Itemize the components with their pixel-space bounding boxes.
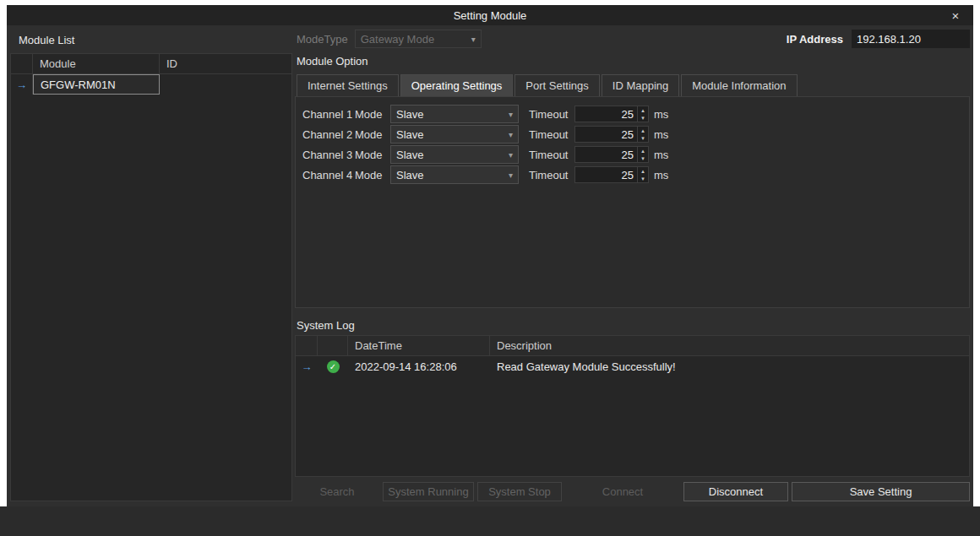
log-row[interactable]: → ✓ 2022-09-14 16:28:06 Read Gateway Mod…: [296, 356, 969, 376]
success-check-icon: ✓: [327, 360, 340, 373]
channel-label: Channel 2: [302, 128, 355, 141]
module-list-panel: Module List Module ID → GFGW-RM01N: [10, 29, 292, 501]
timeout-label: Timeout: [529, 149, 574, 161]
indicator-column-header: [296, 336, 318, 355]
unit-label: ms: [654, 128, 668, 141]
channel-label: Channel 3: [302, 149, 355, 161]
tab-operating-settings[interactable]: Operating Settings: [400, 74, 514, 96]
action-buttons: Search System Running System Stop Connec…: [295, 482, 970, 501]
module-row[interactable]: → GFGW-RM01N: [11, 74, 291, 95]
spin-down-icon[interactable]: ▾: [638, 154, 648, 162]
datetime-column-header[interactable]: DateTime: [348, 336, 490, 355]
spinner-buttons[interactable]: ▴ ▾: [637, 106, 648, 122]
channel2-timeout-spinner[interactable]: 25 ▴ ▾: [574, 126, 649, 143]
channel4-timeout-value[interactable]: 25: [575, 167, 637, 182]
top-bar: ModeType Gateway Mode ▾ IP Address 192.1…: [295, 29, 970, 49]
unit-label: ms: [654, 149, 668, 161]
channel-row-4: Channel 4 Mode Slave ▾ Timeout 25 ▴ ▾: [302, 165, 962, 185]
connect-button: Connect: [565, 482, 680, 501]
tab-module-information[interactable]: Module Information: [681, 74, 797, 96]
channel1-mode-select[interactable]: Slave ▾: [390, 105, 519, 123]
channel-label: Channel 4: [302, 169, 355, 181]
unit-label: ms: [654, 169, 668, 181]
module-name-cell[interactable]: GFGW-RM01N: [33, 74, 160, 95]
search-button: Search: [295, 482, 379, 501]
spinner-buttons[interactable]: ▴ ▾: [637, 147, 648, 162]
ip-address-field[interactable]: 192.168.1.20: [852, 30, 970, 48]
channel4-mode-select[interactable]: Slave ▾: [390, 165, 519, 184]
operating-settings-content: Channel 1 Mode Slave ▾ Timeout 25 ▴ ▾: [295, 96, 970, 308]
channel3-mode-select[interactable]: Slave ▾: [390, 145, 519, 164]
title-bar[interactable]: Setting Module ×: [7, 5, 973, 25]
module-id-cell[interactable]: [160, 74, 291, 95]
mode-type-value: Gateway Mode: [361, 33, 434, 46]
channel2-timeout-value[interactable]: 25: [575, 127, 637, 142]
settings-panel: ModeType Gateway Mode ▾ IP Address 192.1…: [295, 29, 970, 501]
system-stop-button: System Stop: [477, 482, 562, 501]
channel-label: Channel 1: [302, 108, 355, 121]
channel4-timeout-spinner[interactable]: 25 ▴ ▾: [574, 166, 649, 183]
spin-up-icon[interactable]: ▴: [638, 147, 648, 154]
channel-row-3: Channel 3 Mode Slave ▾ Timeout 25 ▴ ▾: [302, 144, 962, 165]
selected-row-arrow-icon: →: [16, 79, 27, 91]
channel3-mode-value: Slave: [396, 149, 424, 161]
chevron-down-icon: ▾: [471, 35, 476, 44]
module-option-tabs: Internet Settings Operating Settings Por…: [295, 74, 970, 96]
system-log-header: DateTime Description: [296, 336, 969, 356]
chevron-down-icon[interactable]: ▾: [509, 130, 513, 139]
system-log-title: System Log: [297, 317, 970, 333]
spin-down-icon[interactable]: ▾: [638, 114, 648, 122]
mode-label: Mode: [355, 128, 390, 141]
module-list-table: Module ID → GFGW-RM01N: [10, 53, 292, 501]
channel1-timeout-spinner[interactable]: 25 ▴ ▾: [574, 106, 649, 122]
close-icon[interactable]: ×: [943, 5, 968, 25]
spin-up-icon[interactable]: ▴: [638, 106, 648, 114]
spin-down-icon[interactable]: ▾: [638, 175, 648, 182]
system-running-button: System Running: [383, 482, 474, 501]
channel3-timeout-spinner[interactable]: 25 ▴ ▾: [574, 146, 649, 163]
status-column-header: [318, 336, 348, 355]
save-setting-button[interactable]: Save Setting: [792, 482, 970, 501]
channel-row-1: Channel 1 Mode Slave ▾ Timeout 25 ▴ ▾: [302, 104, 962, 124]
mode-type-select: Gateway Mode ▾: [355, 30, 482, 48]
window-title: Setting Module: [454, 9, 527, 22]
chevron-down-icon[interactable]: ▾: [509, 110, 513, 119]
mode-label: Mode: [355, 149, 390, 161]
description-column-header[interactable]: Description: [490, 336, 969, 355]
disconnect-button[interactable]: Disconnect: [683, 482, 788, 501]
indicator-column-header: [11, 54, 33, 73]
tab-id-mapping[interactable]: ID Mapping: [602, 74, 679, 96]
spin-up-icon[interactable]: ▴: [638, 167, 648, 175]
module-list-header: Module ID: [11, 54, 291, 74]
tab-port-settings[interactable]: Port Settings: [514, 74, 599, 96]
channel3-timeout-value[interactable]: 25: [575, 147, 637, 162]
spin-down-icon[interactable]: ▾: [638, 134, 648, 142]
system-log-table: DateTime Description → ✓ 2022-09-14 16:2…: [295, 335, 970, 477]
channel2-mode-value: Slave: [396, 128, 424, 141]
tab-internet-settings[interactable]: Internet Settings: [297, 74, 399, 96]
mode-type-label: ModeType: [297, 33, 348, 46]
chevron-down-icon[interactable]: ▾: [509, 171, 513, 180]
spinner-buttons[interactable]: ▴ ▾: [637, 127, 648, 142]
channel1-timeout-value[interactable]: 25: [575, 106, 637, 122]
channel4-mode-value: Slave: [396, 169, 424, 181]
module-list-title: Module List: [10, 29, 292, 53]
selected-row-arrow-icon: →: [302, 360, 313, 373]
channel2-mode-select[interactable]: Slave ▾: [390, 125, 519, 143]
unit-label: ms: [654, 108, 668, 121]
module-option-title: Module Option: [297, 52, 970, 69]
log-description: Read Gateway Module Successfully!: [490, 356, 969, 376]
status-cell: ✓: [318, 356, 348, 376]
mode-label: Mode: [355, 108, 390, 121]
spin-up-icon[interactable]: ▴: [638, 127, 648, 134]
setting-module-window: Setting Module × Module List Module ID →…: [7, 5, 973, 506]
channel-row-2: Channel 2 Mode Slave ▾ Timeout 25 ▴ ▾: [302, 124, 962, 144]
chevron-down-icon[interactable]: ▾: [509, 150, 513, 160]
row-indicator-cell: →: [11, 74, 33, 95]
spinner-buttons[interactable]: ▴ ▾: [637, 167, 648, 182]
id-column-header[interactable]: ID: [160, 54, 291, 73]
mode-label: Mode: [355, 169, 390, 181]
timeout-label: Timeout: [529, 108, 574, 121]
log-datetime: 2022-09-14 16:28:06: [348, 356, 490, 376]
module-column-header[interactable]: Module: [33, 54, 160, 73]
